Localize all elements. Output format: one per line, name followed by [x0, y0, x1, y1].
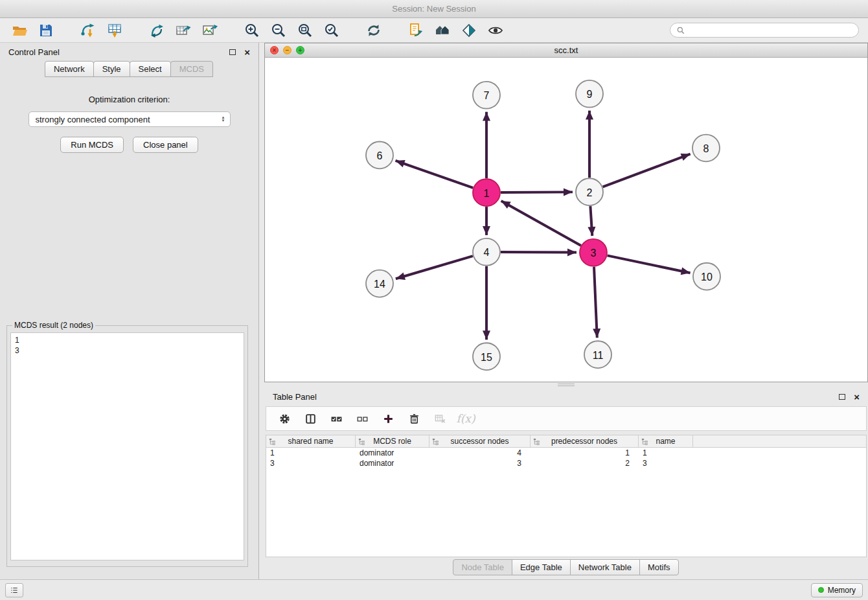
edge-4-14[interactable]	[396, 256, 473, 279]
column-header-shared-name[interactable]: shared name	[266, 435, 356, 447]
style-icon[interactable]	[459, 21, 479, 40]
select-all-columns-icon[interactable]	[325, 409, 348, 428]
mcds-result-item[interactable]: 1	[15, 335, 240, 345]
graph-node-14[interactable]: 14	[366, 270, 393, 297]
tab-edge-table[interactable]: Edge Table	[512, 559, 571, 575]
table-cell: 3	[266, 459, 356, 468]
import-table-icon[interactable]	[104, 21, 125, 40]
edge-3-10[interactable]	[608, 255, 691, 273]
column-header-predecessor-nodes[interactable]: predecessor nodes	[531, 435, 639, 447]
table-cell: 3	[639, 459, 693, 468]
node-table: shared nameMCDS rolesuccessor nodesprede…	[266, 435, 867, 557]
graph-node-1[interactable]: 1	[473, 179, 500, 206]
graph-node-11[interactable]: 11	[584, 341, 611, 368]
zoom-out-icon[interactable]	[268, 21, 289, 40]
edge-2-8[interactable]	[603, 154, 691, 187]
graph-node-4[interactable]: 4	[473, 238, 500, 266]
svg-text:11: 11	[593, 350, 604, 361]
search-box[interactable]	[670, 23, 859, 38]
show-columns-icon[interactable]	[299, 409, 322, 428]
close-window-icon[interactable]: ×	[270, 46, 279, 54]
control-panel-header: Control Panel ×	[0, 43, 258, 61]
search-input[interactable]	[689, 26, 852, 35]
svg-text:14: 14	[374, 279, 385, 290]
svg-text:2: 2	[587, 187, 593, 198]
edge-3-1[interactable]	[501, 201, 581, 246]
column-header-mcds-role[interactable]: MCDS role	[356, 435, 429, 447]
save-session-icon[interactable]	[36, 21, 56, 40]
svg-text:4: 4	[484, 247, 490, 258]
tab-node-table[interactable]: Node Table	[453, 559, 512, 575]
network-window-titlebar[interactable]: ×−+scc.txt	[265, 43, 867, 58]
graph-node-15[interactable]: 15	[473, 343, 500, 370]
criterion-dropdown[interactable]: strongly connected component ▲ ▼	[29, 111, 231, 127]
float-table-panel-icon[interactable]	[839, 394, 845, 400]
column-header-name[interactable]: name	[639, 435, 693, 447]
network-canvas[interactable]: 1234678910111415	[265, 58, 867, 382]
export-table-icon[interactable]	[173, 21, 194, 40]
control-panel-tabs: NetworkStyleSelectMCDS	[0, 61, 258, 79]
tab-network-table[interactable]: Network Table	[570, 559, 640, 575]
float-panel-icon[interactable]	[229, 49, 236, 55]
graph-node-6[interactable]: 6	[366, 141, 393, 168]
table-row[interactable]: 1dominator411	[266, 448, 866, 458]
close-table-panel-icon[interactable]: ×	[854, 392, 860, 402]
function-builder-icon: f(x)	[454, 409, 477, 428]
graph-node-2[interactable]: 2	[576, 178, 603, 205]
fx-label: f(x)	[456, 412, 475, 425]
home-layout-icon[interactable]	[432, 21, 453, 40]
import-network-icon[interactable]	[78, 21, 98, 40]
open-session-icon[interactable]	[9, 21, 30, 40]
graph-node-10[interactable]: 10	[693, 263, 720, 290]
tab-mcds[interactable]: MCDS	[170, 61, 213, 77]
tab-style[interactable]: Style	[93, 61, 130, 77]
graph-node-8[interactable]: 8	[692, 135, 720, 162]
run-mcds-button[interactable]: Run MCDS	[60, 137, 124, 153]
task-history-button[interactable]	[5, 583, 23, 597]
delete-column-icon[interactable]	[402, 409, 426, 428]
edge-2-3[interactable]	[590, 206, 592, 236]
tab-motifs[interactable]: Motifs	[639, 559, 679, 575]
column-header-successor-nodes[interactable]: successor nodes	[429, 435, 531, 447]
stepper-down-icon: ▼	[222, 119, 225, 122]
svg-text:8: 8	[703, 143, 709, 154]
tab-select[interactable]: Select	[130, 61, 171, 77]
table-cell: dominator	[356, 459, 429, 468]
horizontal-splitter[interactable]	[264, 382, 868, 387]
memory-button[interactable]: Memory	[811, 583, 863, 597]
edge-4-3[interactable]	[501, 252, 577, 253]
graph-node-3[interactable]: 3	[580, 239, 607, 266]
zoom-fit-icon[interactable]	[295, 21, 315, 40]
unselect-all-columns-icon[interactable]	[350, 409, 374, 428]
network-window-title: scc.txt	[265, 45, 867, 55]
table-settings-icon[interactable]	[273, 409, 296, 428]
mcds-result-list[interactable]: 13	[10, 332, 244, 560]
edge-1-6[interactable]	[396, 161, 474, 188]
edge-1-2[interactable]	[501, 192, 573, 192]
control-panel: Control Panel × NetworkStyleSelectMCDS O…	[0, 43, 259, 579]
close-panel-icon[interactable]: ×	[244, 47, 250, 57]
svg-text:1: 1	[484, 188, 490, 199]
minimize-window-icon[interactable]: −	[283, 46, 291, 54]
table-cell: dominator	[356, 448, 429, 457]
show-hide-icon[interactable]	[485, 21, 506, 40]
close-panel-button[interactable]: Close panel	[133, 137, 198, 153]
graph-node-7[interactable]: 7	[473, 82, 500, 109]
graph-node-9[interactable]: 9	[576, 80, 603, 108]
create-column-icon[interactable]	[376, 409, 400, 428]
main-area: Control Panel × NetworkStyleSelectMCDS O…	[0, 43, 868, 579]
refresh-icon[interactable]	[363, 21, 384, 40]
tab-network[interactable]: Network	[45, 61, 94, 77]
export-network-icon[interactable]	[146, 21, 167, 40]
zoom-in-icon[interactable]	[242, 21, 262, 40]
window-titlebar[interactable]: Session: New Session	[0, 0, 868, 18]
mcds-result-item[interactable]: 3	[15, 345, 240, 356]
zoom-window-icon[interactable]: +	[296, 46, 304, 54]
export-image-icon[interactable]	[200, 21, 220, 40]
table-row[interactable]: 3dominator323	[266, 458, 866, 468]
open-document-icon[interactable]	[405, 21, 426, 40]
mcds-panel: Optimization criterion: strongly connect…	[0, 79, 258, 153]
edge-3-11[interactable]	[594, 267, 597, 338]
zoom-selected-icon[interactable]	[321, 21, 342, 40]
memory-status-icon	[818, 587, 824, 593]
